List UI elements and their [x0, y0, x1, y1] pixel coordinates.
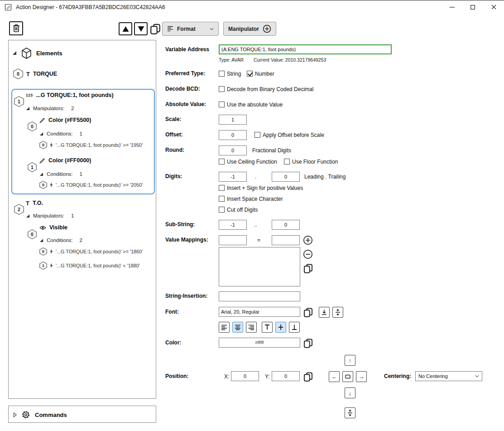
- manipulator-1-0[interactable]: Color (#FF5500): [39, 115, 91, 125]
- position-up-button[interactable]: ↑: [345, 355, 355, 366]
- close-button[interactable]: [483, 0, 504, 14]
- tree-element-0[interactable]: 0 T TORQUE: [13, 69, 57, 79]
- digits-leading-input[interactable]: [219, 172, 247, 182]
- maximize-button[interactable]: [462, 0, 483, 14]
- string-insertion-input[interactable]: [219, 291, 300, 301]
- font-increase-button[interactable]: [332, 307, 343, 318]
- position-down-button[interactable]: ↓: [345, 387, 355, 398]
- mapping-from-input[interactable]: [219, 235, 247, 245]
- manipulators-group-1[interactable]: Manipulators: 2: [26, 103, 74, 113]
- round-input[interactable]: [219, 145, 247, 155]
- condition-1-1-0[interactable]: 0 '...G TORQUE:1, foot pounds)' >= '2050…: [39, 180, 143, 190]
- tree-element-2[interactable]: T T.O.: [26, 198, 43, 208]
- minimize-button[interactable]: [442, 0, 462, 14]
- align-top-button[interactable]: [262, 322, 273, 333]
- manipulator-1-1[interactable]: Color (#FF0000): [39, 155, 91, 165]
- conditions-group-1-1[interactable]: Conditions: 1: [39, 169, 82, 179]
- position-y-input[interactable]: [272, 371, 300, 381]
- variable-type-info: Type: AVAR: [219, 57, 244, 63]
- position-right-button[interactable]: →: [356, 371, 367, 382]
- tree-element-1[interactable]: 123 ...G TORQUE:1, foot pounds): [26, 90, 114, 100]
- element-index-badge: 2: [14, 204, 24, 215]
- floor-function-checkbox[interactable]: Use Floor Function: [284, 158, 338, 165]
- digits-trailing-input[interactable]: [272, 172, 300, 182]
- offset-input[interactable]: [219, 130, 247, 140]
- manipulators-label: Manipulators:: [33, 213, 64, 218]
- copy-font-button[interactable]: [302, 306, 314, 318]
- conditions-label: Conditions:: [47, 237, 73, 243]
- chevron-down-icon: [475, 375, 479, 378]
- duplicate-button[interactable]: [149, 22, 162, 36]
- conditions-group-1-0[interactable]: Conditions: 1: [39, 129, 82, 139]
- commands-header[interactable]: Commands: [13, 409, 67, 420]
- substring-to-input[interactable]: [272, 220, 300, 230]
- plus-sign-checkbox[interactable]: Insert + Sign for positive Values: [219, 184, 303, 191]
- string-checkbox[interactable]: String: [219, 70, 241, 77]
- number-checkbox[interactable]: Number: [247, 70, 274, 77]
- move-down-button[interactable]: [134, 22, 148, 35]
- variable-address-input[interactable]: [219, 44, 392, 54]
- mapping-to-input[interactable]: [272, 235, 300, 245]
- position-x-input[interactable]: [231, 371, 259, 381]
- expander-expanded-icon[interactable]: [39, 238, 43, 242]
- condition-2-0-0[interactable]: 0 '...G TORQUE:1, foot pounds)' >= '1860…: [39, 247, 143, 257]
- copy-mappings-button[interactable]: [302, 262, 314, 274]
- align-center-button[interactable]: [232, 322, 243, 333]
- centering-value: No Centering: [418, 373, 448, 379]
- position-center-button[interactable]: [342, 371, 353, 382]
- scale-input[interactable]: [219, 115, 247, 125]
- decode-bcd-checkbox[interactable]: Decode from Binary Coded Decimal: [219, 86, 313, 92]
- mappings-list[interactable]: [219, 247, 300, 286]
- checkbox-box: [219, 159, 225, 165]
- color-input[interactable]: [219, 338, 300, 348]
- app-icon[interactable]: [5, 4, 12, 11]
- expander-expanded-icon[interactable]: [12, 51, 17, 55]
- commands-header-label: Commands: [35, 412, 67, 418]
- centering-dropdown[interactable]: No Centering: [415, 371, 482, 381]
- eye-icon: [39, 225, 46, 230]
- digits-label: Digits:: [165, 174, 182, 179]
- align-center-icon: [235, 324, 241, 330]
- expander-collapsed-icon[interactable]: [13, 412, 17, 417]
- checkbox-box: [219, 102, 225, 107]
- conditions-count: 1: [80, 131, 82, 136]
- align-bottom-button[interactable]: [289, 322, 300, 333]
- conditions-group-2-0[interactable]: Conditions: 2: [39, 235, 82, 245]
- manipulator-2-0[interactable]: Visible: [39, 223, 67, 232]
- condition-2-0-1[interactable]: 1 '...G TORQUE:1, foot pounds)' < '1880': [39, 261, 140, 271]
- add-mapping-button[interactable]: [302, 235, 313, 246]
- expander-expanded-icon[interactable]: [26, 214, 30, 218]
- font-decrease-button[interactable]: [319, 307, 330, 318]
- substring-from-input[interactable]: [219, 220, 247, 230]
- expander-expanded-icon[interactable]: [39, 172, 43, 176]
- font-input[interactable]: [219, 307, 300, 317]
- move-up-button[interactable]: [119, 22, 132, 35]
- align-left-button[interactable]: [219, 322, 230, 333]
- substring-separator: ..: [254, 222, 257, 228]
- condition-1-0-0[interactable]: 0 '...G TORQUE:1, foot pounds)' >= '1950…: [39, 140, 143, 150]
- ceiling-function-checkbox[interactable]: Use Ceiling Function: [219, 158, 277, 165]
- conditions-count: 1: [80, 171, 82, 177]
- stretch-vertical-button[interactable]: [345, 407, 355, 418]
- element-label: T.O.: [33, 200, 43, 206]
- element-label: TORQUE: [33, 71, 57, 77]
- space-character-checkbox[interactable]: Insert Space Character: [219, 195, 283, 202]
- manipulators-group-2[interactable]: Manipulators: 1: [26, 211, 74, 221]
- remove-mapping-button[interactable]: [302, 249, 313, 260]
- add-manipulator-button[interactable]: Manipulator: [223, 22, 276, 36]
- offset-before-scale-checkbox[interactable]: Apply Offset before Scale: [254, 131, 324, 138]
- position-left-button[interactable]: ←: [329, 371, 340, 382]
- copy-color-button[interactable]: [302, 337, 314, 349]
- expander-expanded-icon[interactable]: [39, 132, 43, 136]
- cut-off-digits-checkbox[interactable]: Cut off Digits: [219, 206, 258, 213]
- delete-button[interactable]: [9, 21, 23, 35]
- absolute-value-checkbox[interactable]: Use the absolute Value: [219, 101, 283, 108]
- expander-expanded-icon[interactable]: [26, 107, 30, 111]
- align-right-button[interactable]: [246, 322, 257, 333]
- copy-position-button[interactable]: [302, 371, 314, 383]
- elements-header[interactable]: Elements: [12, 47, 62, 59]
- align-middle-button[interactable]: [275, 322, 286, 333]
- round-label: Round:: [165, 147, 184, 153]
- format-dropdown[interactable]: Format: [162, 22, 219, 36]
- copy-icon: [303, 264, 313, 273]
